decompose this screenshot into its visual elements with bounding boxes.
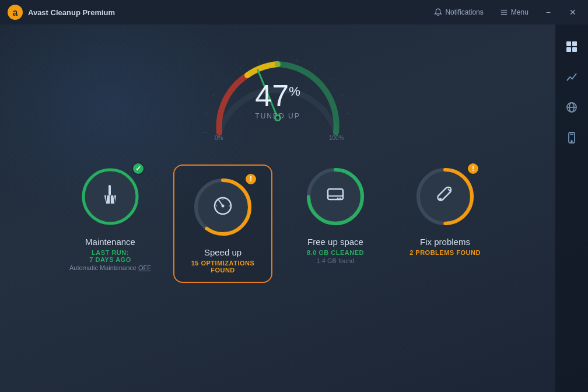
fixproblems-title: Fix problems [420, 237, 470, 247]
maintenance-title: Maintenance [85, 237, 135, 247]
svg-line-17 [329, 79, 331, 81]
svg-point-58 [571, 141, 572, 142]
app-title: Avast Cleanup Premium [28, 8, 430, 17]
freespace-card[interactable]: Free up space 8.0 GB CLEANED 1.4 GB foun… [289, 164, 382, 264]
svg-text:a: a [13, 8, 18, 18]
svg-line-12 [240, 66, 242, 69]
svg-line-18 [341, 94, 343, 96]
svg-rect-25 [108, 185, 111, 195]
fixproblems-badge: ! [467, 162, 480, 175]
bell-icon [434, 8, 442, 16]
fixproblems-icon [434, 183, 456, 210]
svg-line-19 [345, 113, 351, 114]
freespace-detail: 1.4 GB found [317, 257, 355, 264]
svg-text:0%: 0% [215, 135, 223, 141]
svg-line-16 [314, 66, 316, 69]
menu-button[interactable]: Menu [496, 6, 532, 19]
maintenance-detail[interactable]: Automatic Maintenance OFF [69, 264, 151, 271]
svg-line-10 [212, 94, 214, 96]
maintenance-subtitle: LAST RUN: [92, 249, 129, 256]
svg-point-48 [439, 198, 442, 200]
maintenance-circle: ✓ [78, 164, 142, 229]
maintenance-icon [99, 183, 122, 211]
minimize-button[interactable]: − [541, 5, 555, 19]
grid-icon [566, 41, 578, 52]
freespace-subtitle: 8.0 GB CLEANED [307, 249, 364, 256]
cards-row: ✓ Maintenance LAST RUN: 7 DAYS AGO Autom… [64, 164, 492, 283]
svg-point-34 [222, 205, 225, 208]
sidebar-item-dashboard[interactable] [559, 34, 584, 60]
sidebar-item-mobile[interactable] [559, 125, 584, 150]
titlebar: a Avast Cleanup Premium Notifications Me… [0, 0, 588, 24]
fixproblems-card[interactable]: ! Fix problems 2 PROBLEMS FOUND [398, 164, 492, 256]
speedup-icon [211, 193, 235, 221]
svg-text:100%: 100% [329, 135, 344, 141]
freespace-circle [303, 164, 368, 229]
svg-line-11 [224, 79, 226, 81]
content-area: 0% 100% 47% TUNED UP [0, 24, 555, 392]
sidebar [555, 24, 588, 392]
svg-rect-50 [566, 41, 571, 46]
avast-logo-icon: a [7, 4, 23, 20]
sidebar-item-browser[interactable] [559, 94, 584, 120]
titlebar-actions: Notifications Menu − ✕ [430, 5, 581, 19]
svg-rect-52 [566, 47, 571, 52]
gauge-center-text: 47% TUNED UP [255, 80, 300, 120]
speedup-circle: ! [191, 175, 255, 239]
speedup-title: Speed up [204, 247, 242, 257]
fixproblems-subtitle: 2 PROBLEMS FOUND [410, 249, 481, 256]
notifications-button[interactable]: Notifications [430, 6, 487, 19]
phone-icon [566, 132, 578, 144]
svg-line-49 [448, 189, 450, 191]
menu-icon [500, 8, 508, 16]
main-area: 0% 100% 47% TUNED UP [0, 24, 588, 392]
maintenance-card[interactable]: ✓ Maintenance LAST RUN: 7 DAYS AGO Autom… [64, 164, 157, 271]
fixproblems-circle: ! [413, 164, 477, 229]
svg-line-15 [296, 59, 297, 62]
freespace-icon [324, 183, 346, 210]
svg-point-43 [340, 198, 341, 200]
svg-rect-51 [572, 41, 577, 46]
speedup-badge: ! [244, 173, 257, 186]
svg-line-9 [204, 113, 207, 113]
speedup-subtitle: 15 OPTIMIZATIONS FOUND [180, 260, 265, 274]
sidebar-item-statistics[interactable] [559, 64, 584, 90]
performance-gauge: 0% 100% 47% TUNED UP [202, 42, 354, 147]
chart-icon [566, 71, 578, 83]
speedup-card[interactable]: ! Speed up 15 OPTIMIZATIONS FOUND [173, 164, 272, 283]
gauge-percent-value: 47% [255, 80, 300, 111]
maintenance-badge: ✓ [132, 162, 145, 175]
gauge-label: TUNED UP [255, 112, 300, 120]
svg-rect-53 [572, 47, 577, 52]
svg-point-44 [337, 198, 339, 200]
globe-icon [566, 102, 578, 113]
close-button[interactable]: ✕ [565, 5, 581, 19]
freespace-title: Free up space [307, 237, 363, 247]
svg-line-13 [258, 59, 260, 65]
maintenance-subtitle2: 7 DAYS AGO [89, 256, 131, 263]
